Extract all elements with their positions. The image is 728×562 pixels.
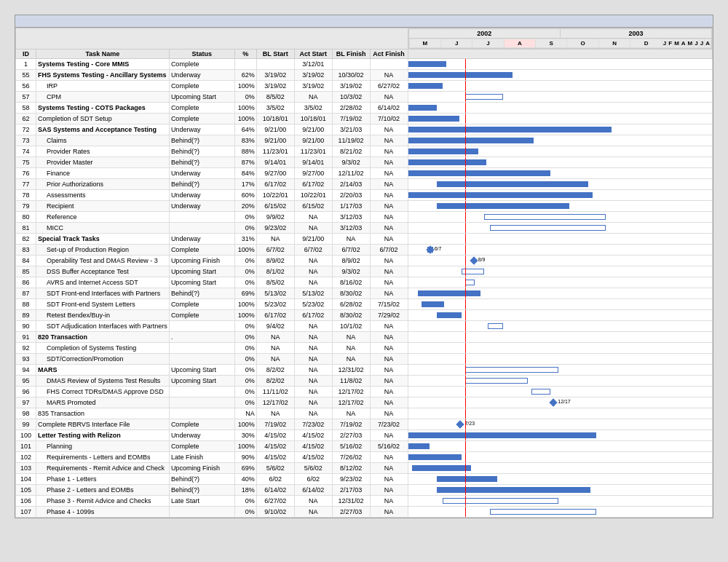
row-act-start: 4/15/02 (294, 441, 332, 452)
month-M2: M (673, 39, 681, 48)
row-bl-finish: 11/8/02 (332, 376, 370, 387)
column-header-row: ID Task Name Status % BL Start Act Start… (16, 50, 713, 59)
row-act-finish: NA (370, 124, 408, 135)
bar-blue (437, 476, 497, 482)
row-act-start: NA (294, 212, 332, 223)
row-id: 80 (16, 212, 36, 223)
row-id: 85 (16, 266, 36, 277)
row-pct: 90% (234, 452, 256, 463)
row-bl-finish: 8/12/02 (332, 463, 370, 474)
row-status: Complete (169, 419, 234, 430)
row-bl-finish: 7/19/02 (332, 114, 370, 124)
row-task-name: SDT Front-end Interfaces with Partners (36, 288, 169, 299)
row-bl-start: 8/9/02 (256, 256, 294, 266)
row-id: 76 (16, 168, 36, 179)
bar-outline (465, 280, 475, 285)
table-row: 98 835 Transaction NA NA NA NA NA (16, 408, 713, 419)
row-task-name: AVRS and Internet Access SDT (36, 277, 169, 288)
row-act-finish: NA (370, 387, 408, 397)
row-gantt-cell (408, 365, 712, 376)
row-status: Complete (169, 114, 234, 124)
row-act-start: NA (294, 354, 332, 365)
bar-blue (437, 312, 462, 318)
row-act-finish: NA (370, 234, 408, 245)
today-line (465, 507, 466, 517)
row-bl-finish: 7/19/02 (332, 419, 370, 430)
table-row: 72 SAS Systems and Acceptance Testing Un… (16, 124, 713, 135)
row-bl-start: 9/23/02 (256, 223, 294, 234)
row-status: Complete (169, 103, 234, 114)
row-gantt-cell (408, 103, 712, 114)
row-id: 74 (16, 146, 36, 157)
row-act-start: 3/19/02 (294, 81, 332, 92)
row-pct: 0% (234, 496, 256, 507)
row-bl-finish: 10/3/02 (332, 92, 370, 103)
today-line (465, 245, 466, 255)
row-id: 104 (16, 474, 36, 485)
bar-outline (490, 509, 596, 515)
row-bl-finish (332, 59, 370, 70)
row-act-start: 6/7/02 (294, 245, 332, 256)
row-act-finish: 7/29/02 (370, 310, 408, 321)
row-gantt-cell (408, 332, 712, 343)
row-act-finish: NA (370, 376, 408, 387)
row-act-start: 9/21/00 (294, 135, 332, 146)
row-act-start: NA (294, 365, 332, 376)
row-gantt-cell (408, 135, 712, 146)
row-bl-finish: 12/17/02 (332, 387, 370, 397)
row-gantt-cell: 7/23 (408, 419, 712, 430)
row-act-start: 6/14/02 (294, 485, 332, 496)
row-pct: 0% (234, 354, 256, 365)
bar-blue (408, 61, 446, 67)
row-act-start: 10/18/01 (294, 114, 332, 124)
row-act-finish: NA (370, 430, 408, 441)
row-bl-finish: 2/20/03 (332, 190, 370, 201)
bar-outline (484, 214, 606, 220)
row-act-start: NA (294, 321, 332, 332)
row-bl-finish: 6/7/02 (332, 245, 370, 256)
row-bl-start: 9/14/01 (256, 157, 294, 168)
today-line (465, 81, 466, 91)
row-pct: 0% (234, 212, 256, 223)
row-act-start: 6/02 (294, 474, 332, 485)
row-id: 97 (16, 397, 36, 408)
row-task-name: Provider Master (36, 157, 169, 168)
row-bl-finish: 9/23/02 (332, 474, 370, 485)
main-container: 2002 2003 M J J (15, 15, 713, 518)
row-task-name: Systems Testing - COTS Packages (36, 103, 169, 114)
row-id: 102 (16, 452, 36, 463)
row-bl-finish: 7/26/02 (332, 452, 370, 463)
row-gantt-cell: 6/7 (408, 245, 712, 256)
bar-blue (408, 159, 486, 165)
row-gantt-cell (408, 146, 712, 157)
row-pct: 69% (234, 288, 256, 299)
row-gantt-cell (408, 223, 712, 234)
month-D: D (630, 39, 662, 48)
month-J5: J (699, 39, 704, 48)
col-header-id: ID (16, 50, 36, 59)
table-row: 107 Phase 4 - 1099s 0% 9/10/02 NA 2/27/0… (16, 507, 713, 518)
row-act-start: 7/23/02 (294, 419, 332, 430)
row-status: Behind(?) (169, 157, 234, 168)
row-task-name: FHS Systems Testing - Ancillary Systems (36, 70, 169, 81)
today-line (465, 452, 466, 462)
row-bl-finish: 2/27/03 (332, 507, 370, 518)
milestone-diamond (456, 420, 464, 428)
row-status: Behind(?) (169, 146, 234, 157)
row-gantt-cell (408, 408, 712, 419)
bar-blue (408, 127, 612, 132)
table-row: 99 Complete RBRVS Interface File Complet… (16, 419, 713, 430)
row-id: 106 (16, 496, 36, 507)
row-act-start: NA (294, 223, 332, 234)
bar-outline (408, 72, 513, 78)
today-line (465, 135, 466, 146)
row-status: Upcoming Start (169, 376, 234, 387)
row-act-finish: NA (370, 179, 408, 190)
row-task-name: Set-up of Production Region (36, 245, 169, 256)
today-line (465, 201, 466, 211)
bar-blue (408, 192, 593, 198)
row-bl-finish: 3/12/03 (332, 223, 370, 234)
row-act-finish: NA (370, 332, 408, 343)
row-status (169, 223, 234, 234)
row-id: 99 (16, 419, 36, 430)
